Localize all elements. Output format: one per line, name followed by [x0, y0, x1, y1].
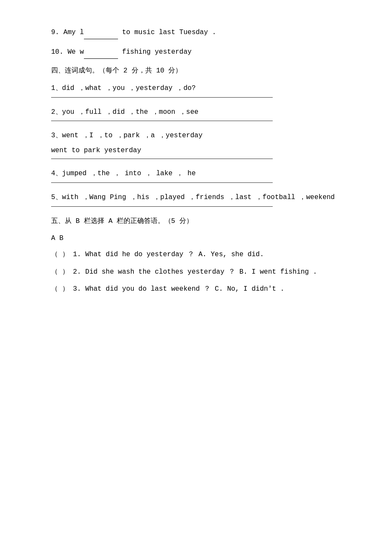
q10-rest: fishing yesterday — [118, 48, 192, 56]
match1-answer: Yes, she did. — [211, 251, 264, 258]
item2-num: 2、 — [51, 108, 62, 116]
word-arrange-4: 4、jumped ，the ， into ， lake ， he — [51, 168, 341, 180]
word-arrange-3: 3、went ，I ，to ，park ，a ，yesterday — [51, 130, 341, 142]
q9-rest: to music last Tuesday . — [118, 29, 216, 36]
answer-line-2 — [51, 121, 273, 121]
match3-bracket: （ ） — [51, 285, 69, 293]
item1-words: did ，what ，you ，yesterday ，do? — [62, 84, 196, 92]
item5-words: with ，Wang Ping ，his ，played ，friends ，l… — [62, 194, 335, 201]
item1-num: 1、 — [51, 84, 62, 92]
word-arrange-5: 5、with ，Wang Ping ，his ，played ，friends … — [51, 191, 341, 204]
match3-num: 3. — [73, 285, 81, 293]
answer-line-4 — [51, 182, 273, 183]
item3-num: 3、 — [51, 132, 62, 139]
item4-words: jumped ，the ， into ， lake ， he — [62, 170, 196, 177]
match1-bracket: （ ） — [51, 251, 69, 258]
section-5: 五、从 B 栏选择 A 栏的正确答语。（5 分） A B （ ） 1. What… — [51, 215, 341, 296]
item5-num: 5、 — [51, 194, 62, 201]
question-10: 10. We w fishing yesterday — [51, 45, 341, 59]
answer-line-1 — [51, 97, 273, 98]
answer-line-5 — [51, 206, 273, 207]
match2-num: 2. — [73, 268, 81, 276]
word-arrange-1: 1、did ，what ，you ，yesterday ，do? — [51, 82, 341, 95]
match2-question: Did she wash the clothes yesterday ？ — [85, 268, 235, 276]
item3-words: went ，I ，to ，park ，a ，yesterday — [62, 132, 203, 139]
matching-item-1: （ ） 1. What did he do yesterday ？ A. Yes… — [51, 248, 341, 261]
match2-answer: I went fishing . — [252, 268, 317, 276]
q10-prefix: 10. We w — [51, 48, 84, 56]
answer-3-text: went to park yesterday — [51, 145, 341, 157]
section-4: 四、连词成句。（每个 2 分，共 10 分） 1、did ，what ，you … — [51, 65, 341, 207]
match1-num: 1. — [73, 251, 81, 258]
item4-num: 4、 — [51, 170, 62, 177]
item2-words: you ，full ，did ，the ，moon ，see — [62, 108, 199, 116]
match2-bracket: （ ） — [51, 268, 69, 276]
match1-answer-label: A. — [199, 251, 207, 258]
q10-blank — [84, 58, 118, 59]
section-5-title: 五、从 B 栏选择 A 栏的正确答语。（5 分） — [51, 215, 341, 228]
section-4-title: 四、连词成句。（每个 2 分，共 10 分） — [51, 65, 341, 77]
question-9: 9. Amy l to music last Tuesday . — [51, 26, 341, 39]
match2-answer-label: B. — [239, 268, 248, 276]
q9-blank — [84, 39, 118, 39]
answer-line-3 — [51, 159, 273, 159]
q9-prefix: 9. Amy l — [51, 29, 84, 36]
word-arrange-2: 2、you ，full ，did ，the ，moon ，see — [51, 106, 341, 119]
match3-question: What did you do last weekend ？ — [85, 285, 210, 293]
ab-header: A B — [51, 232, 341, 245]
matching-item-2: （ ） 2. Did she wash the clothes yesterda… — [51, 266, 341, 278]
matching-item-3: （ ） 3. What did you do last weekend ？ C.… — [51, 283, 341, 295]
match3-answer-label: C. — [215, 285, 223, 293]
match1-question: What did he do yesterday ？ — [85, 251, 194, 258]
match3-answer: No, I didn't . — [227, 285, 284, 293]
